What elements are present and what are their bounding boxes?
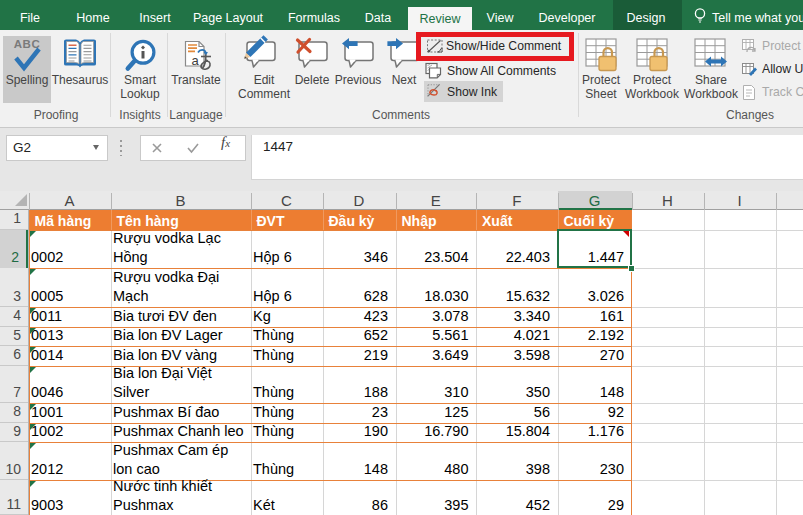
svg-text:a: a xyxy=(192,53,200,68)
